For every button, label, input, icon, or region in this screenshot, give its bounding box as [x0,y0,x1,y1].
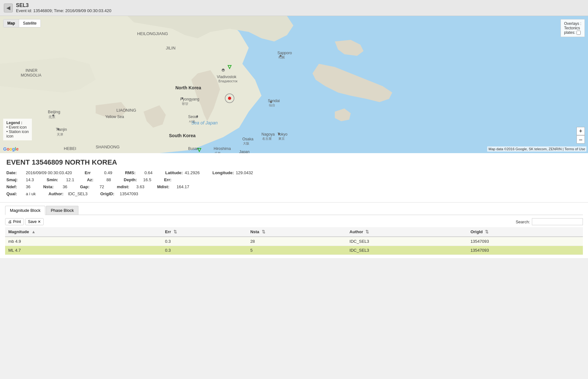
svg-text:Nagoya: Nagoya [261,132,275,137]
origid-value: 13547093 [120,191,138,196]
tab-bar: Magnitude Block Phase Block [5,206,583,215]
map-type-buttons[interactable]: Map Satellite [3,19,41,27]
table-toolbar: 🖨 Print Save ✕ Search: [5,218,583,225]
svg-point-42 [52,115,54,116]
err-label: Err [85,170,102,175]
sort-icon-author: ⇅ [365,229,369,234]
depth-err-label: Err: [164,177,181,182]
col-nsta[interactable]: Nsta ⇅ [247,227,346,237]
smin-label: Smin: [47,177,64,182]
data-section: Magnitude Block Phase Block 🖨 Print Save… [0,203,588,258]
sort-icon-nsta: ⇅ [262,229,265,234]
ndef-label: Ndef: [6,184,24,189]
table-row[interactable]: ML 4.70.35IDC_SEL313547093 [5,246,583,255]
col-err[interactable]: Err ⇅ [162,227,247,237]
title-block: SEL3 Event id: 13546809; Time: 2016/09/0… [16,3,111,13]
nsta-value: 36 [62,184,67,189]
cell-author: IDC_SEL3 [346,246,467,255]
svg-point-38 [228,97,231,100]
legend-station-line2: icon [6,134,29,138]
lon-value: 129.0432 [236,170,253,175]
search-input[interactable] [532,218,583,225]
map-container: INNER MONGOLIA Beijing 北京 Tianjin 天津 HEB… [0,16,588,153]
plates-label[interactable]: plates: [564,30,581,35]
zoom-controls[interactable]: + – [577,127,585,144]
nsta-label: Nsta: [43,184,61,189]
svg-text:Japan: Japan [239,150,250,153]
lon-label: Longitude: [212,170,234,175]
google-logo: Google [3,146,18,152]
tab-phase[interactable]: Phase Block [46,206,78,215]
svg-text:天津: 天津 [57,133,63,136]
svg-text:Sendai: Sendai [268,99,280,103]
tectonics-label: Tectonics [564,26,581,30]
tab-magnitude[interactable]: Magnitude Block [5,206,45,215]
Mdist-value: 164.17 [177,184,189,189]
svg-text:仙台: 仙台 [269,103,275,107]
zoom-out-button[interactable]: – [577,135,585,144]
svg-text:HEILONGJIANG: HEILONGJIANG [137,31,168,36]
svg-text:Sea of Japan: Sea of Japan [191,120,218,125]
print-icon: 🖨 [8,219,12,224]
svg-text:Владивосток: Владивосток [218,79,238,83]
svg-text:北京: 北京 [48,115,55,119]
zoom-in-button[interactable]: + [577,127,585,135]
event-info: EVENT 13546809 NORTH KOREA Date: 2016/09… [0,153,588,203]
svg-text:MONGOLIA: MONGOLIA [21,73,41,78]
map-legend: Legend : • Event icon • Station icon ico… [3,119,32,140]
svg-text:Yellow Sea: Yellow Sea [105,115,124,119]
smaj-label: Smaj: [6,177,24,182]
svg-text:Beijing: Beijing [48,109,60,114]
svg-point-43 [57,128,59,130]
svg-text:Sapporo: Sapporo [277,51,292,55]
col-origid[interactable]: OrigId ⇅ [467,227,583,237]
toolbar-left: 🖨 Print Save ✕ [5,218,44,225]
cell-err: 0.3 [162,246,247,255]
origid-label: OrigID: [100,191,118,196]
map-svg: INNER MONGOLIA Beijing 北京 Tianjin 天津 HEB… [0,16,588,153]
sort-icon-err: ⇅ [173,229,177,234]
svg-text:名古屋: 名古屋 [262,137,272,140]
svg-point-46 [222,69,224,71]
rms-value: 0.64 [144,170,152,175]
smin-value: 12.1 [66,177,74,182]
rms-label: RMS: [125,170,143,175]
magnitude-table: Magnitude ▲ Err ⇅ Nsta ⇅ Author ⇅ OrigId [5,227,583,255]
svg-point-47 [280,55,282,57]
svg-text:Vladivostok: Vladivostok [217,75,237,79]
cell-nsta: 28 [247,237,346,246]
svg-text:東京: 東京 [278,137,285,140]
overlays-label: Overlays : [564,21,581,26]
cell-magnitude: ML 4.7 [5,246,162,255]
gap-label: Gap: [80,184,98,189]
gap-value: 72 [99,184,104,189]
legend-station: • Station icon [6,130,29,134]
svg-text:Osaka: Osaka [242,137,254,141]
satellite-button[interactable]: Satellite [19,19,40,27]
legend-title: Legend : [6,121,29,125]
save-button[interactable]: Save ✕ [25,218,44,225]
svg-text:広島: 広島 [215,152,221,153]
plates-checkbox[interactable] [577,31,581,35]
svg-text:North Korea: North Korea [175,85,201,90]
page-title: SEL3 [16,3,111,8]
author-value: IDC_SEL3 [68,191,87,196]
search-box: Search: [516,218,583,225]
map-button[interactable]: Map [4,19,19,27]
col-author[interactable]: Author ⇅ [346,227,467,237]
err-value: 0.49 [104,170,112,175]
depth-value: 16.5 [143,177,151,182]
table-row[interactable]: mb 4.90.328IDC_SEL313547093 [5,237,583,246]
lat-label: Latitude: [165,170,183,175]
svg-text:HEBEI: HEBEI [64,146,76,151]
search-label: Search: [516,219,530,224]
svg-text:Busan: Busan [188,146,199,151]
svg-point-44 [181,97,183,99]
back-button[interactable]: ◀ [4,4,13,12]
col-magnitude[interactable]: Magnitude ▲ [5,227,162,237]
cell-origid: 13547093 [467,246,583,255]
print-button[interactable]: 🖨 Print [5,218,24,225]
svg-point-48 [270,101,272,103]
svg-text:평양: 평양 [182,102,188,105]
cell-err: 0.3 [162,237,247,246]
